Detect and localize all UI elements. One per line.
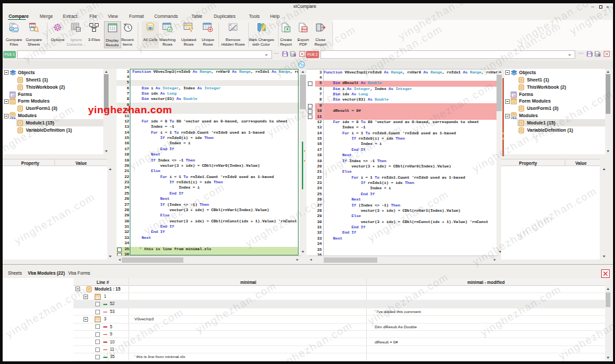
svg-text:X: X bbox=[286, 27, 289, 31]
svg-text:xls: xls bbox=[10, 27, 13, 30]
svg-text:VBA: VBA bbox=[510, 116, 517, 119]
svg-text:VBA: VBA bbox=[9, 116, 16, 119]
